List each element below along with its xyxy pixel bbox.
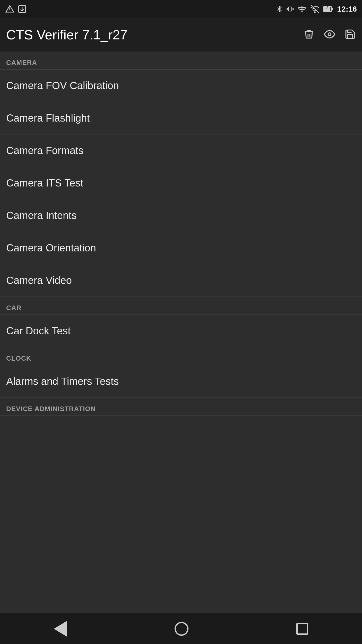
list-content: CAMERA Camera FOV Calibration Camera Fla…	[0, 52, 362, 613]
svg-point-2	[10, 11, 10, 11]
list-item-car-dock-test[interactable]: Car Dock Test	[0, 315, 362, 347]
list-item-camera-formats[interactable]: Camera Formats	[0, 134, 362, 167]
save-icon	[344, 29, 356, 40]
svg-point-16	[328, 33, 331, 36]
list-item-camera-flashlight[interactable]: Camera Flashlight	[0, 102, 362, 134]
back-icon	[54, 621, 67, 637]
home-icon	[175, 622, 188, 636]
save-button[interactable]	[344, 29, 356, 41]
list-item-alarms-timers[interactable]: Alarms and Timers Tests	[0, 365, 362, 398]
status-bar-left	[5, 4, 27, 14]
list-item-camera-intents[interactable]: Camera Intents	[0, 199, 362, 232]
download-icon	[18, 4, 27, 14]
bottom-nav	[0, 613, 362, 644]
section-car: CAR Car Dock Test	[0, 297, 362, 347]
section-header-car: CAR	[0, 297, 362, 315]
section-header-camera: CAMERA	[0, 52, 362, 69]
recents-button[interactable]	[292, 619, 312, 639]
status-bar: 12:16	[0, 0, 362, 18]
list-item-camera-orientation[interactable]: Camera Orientation	[0, 232, 362, 264]
back-button[interactable]	[50, 617, 71, 641]
section-clock: CLOCK Alarms and Timers Tests	[0, 347, 362, 398]
list-item-camera-video[interactable]: Camera Video	[0, 264, 362, 297]
home-button[interactable]	[170, 618, 193, 640]
vibrate-icon	[287, 4, 294, 14]
trash-button[interactable]	[303, 29, 315, 41]
app-bar: CTS Verifier 7.1_r27	[0, 18, 362, 52]
section-header-clock: CLOCK	[0, 347, 362, 365]
divider-device-admin	[0, 416, 362, 416]
section-device-administration: DEVICE ADMINISTRATION	[0, 398, 362, 416]
list-item-camera-its-test[interactable]: Camera ITS Test	[0, 167, 362, 199]
section-header-device-admin: DEVICE ADMINISTRATION	[0, 398, 362, 416]
status-time: 12:16	[337, 5, 357, 13]
recents-icon	[296, 623, 308, 635]
trash-icon	[303, 29, 315, 40]
signal-off-icon	[310, 4, 320, 14]
bluetooth-icon	[276, 4, 283, 14]
wifi-icon	[297, 4, 307, 14]
eye-icon	[324, 29, 335, 40]
section-camera: CAMERA Camera FOV Calibration Camera Fla…	[0, 52, 362, 297]
eye-button[interactable]	[324, 29, 335, 41]
app-title: CTS Verifier 7.1_r27	[6, 27, 127, 43]
app-bar-actions	[303, 29, 356, 41]
svg-rect-13	[332, 8, 333, 10]
list-item-camera-fov-calibration[interactable]: Camera FOV Calibration	[0, 70, 362, 102]
svg-rect-5	[289, 7, 292, 11]
svg-point-11	[315, 12, 315, 13]
battery-icon	[323, 4, 333, 14]
status-bar-right: 12:16	[276, 4, 357, 14]
notification-icon	[5, 4, 14, 14]
